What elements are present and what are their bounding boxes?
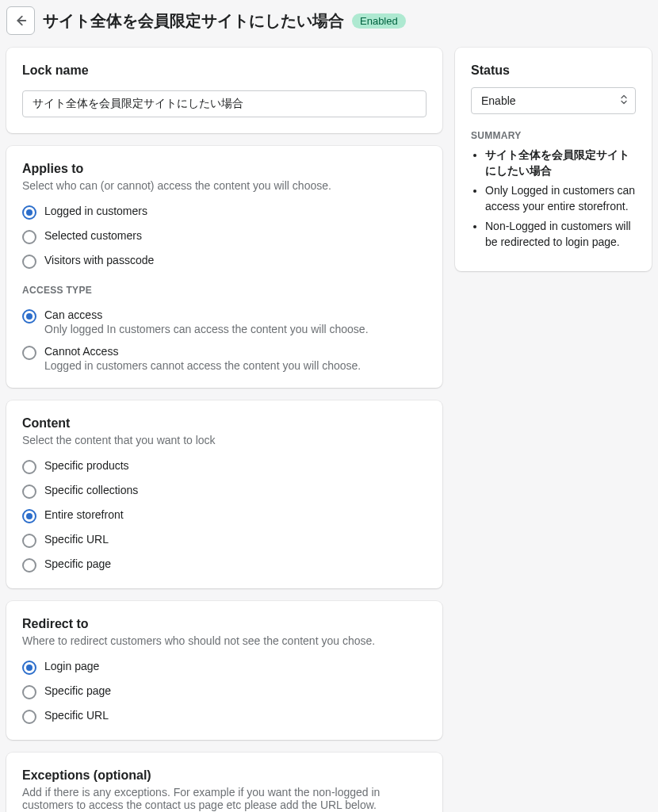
summary-heading: SUMMARY: [471, 130, 636, 141]
redirect-card: Redirect to Where to redirect customers …: [6, 601, 442, 740]
summary-list: サイト全体を会員限定サイトにしたい場合 Only Logged in custo…: [471, 147, 636, 251]
redirect-sub: Where to redirect customers who should n…: [22, 634, 427, 647]
radio-icon: [22, 661, 36, 675]
content-card: Content Select the content that you want…: [6, 400, 442, 588]
exceptions-card: Exceptions (optional) Add if there is an…: [6, 753, 442, 812]
exceptions-sub: Add if there is any exceptions. For exam…: [22, 786, 427, 811]
page-header: サイト全体を会員限定サイトにしたい場合 Enabled: [0, 0, 658, 48]
radio-specific-products[interactable]: Specific products: [22, 459, 427, 474]
summary-item: Only Logged in customers can access your…: [485, 183, 636, 214]
radio-icon: [22, 685, 36, 699]
status-badge: Enabled: [352, 13, 406, 29]
radio-specific-collections[interactable]: Specific collections: [22, 484, 427, 499]
applies-to-card: Applies to Select who can (or cannot) ac…: [6, 146, 442, 388]
radio-selected-customers[interactable]: Selected customers: [22, 229, 427, 244]
radio-icon: [22, 710, 36, 724]
page-title: サイト全体を会員限定サイトにしたい場合: [43, 10, 344, 32]
radio-can-access[interactable]: Can access Only logged In customers can …: [22, 308, 427, 335]
radio-icon: [22, 460, 36, 474]
radio-redirect-specific-url[interactable]: Specific URL: [22, 709, 427, 724]
radio-login-page[interactable]: Login page: [22, 660, 427, 675]
status-card: Status Enable SUMMARY サイト全体を会員限定サイトにしたい場…: [455, 48, 652, 271]
content-title: Content: [22, 416, 427, 431]
status-title: Status: [471, 63, 636, 78]
radio-entire-storefront[interactable]: Entire storefront: [22, 508, 427, 523]
radio-specific-page[interactable]: Specific page: [22, 557, 427, 573]
exceptions-title: Exceptions (optional): [22, 768, 427, 783]
radio-icon: [22, 205, 36, 220]
summary-item: Non-Logged in customers will be redirect…: [485, 219, 636, 250]
radio-icon: [22, 230, 36, 244]
radio-icon: [22, 309, 36, 324]
radio-logged-in-customers[interactable]: Logged in customers: [22, 205, 427, 220]
back-button[interactable]: [6, 6, 35, 35]
arrow-left-icon: [13, 13, 28, 28]
radio-icon: [22, 558, 36, 573]
redirect-title: Redirect to: [22, 617, 427, 631]
lock-name-title: Lock name: [22, 63, 427, 78]
summary-item: サイト全体を会員限定サイトにしたい場合: [485, 147, 636, 178]
radio-redirect-specific-page[interactable]: Specific page: [22, 684, 427, 699]
lock-name-input[interactable]: [22, 90, 427, 117]
access-type-heading: ACCESS TYPE: [22, 285, 427, 296]
radio-icon: [22, 485, 36, 499]
applies-to-title: Applies to: [22, 162, 427, 176]
radio-icon: [22, 346, 36, 360]
status-select[interactable]: Enable: [471, 87, 636, 114]
radio-icon: [22, 509, 36, 523]
radio-cannot-access[interactable]: Cannot Access Logged in customers cannot…: [22, 345, 427, 372]
content-sub: Select the content that you want to lock: [22, 434, 427, 446]
radio-icon: [22, 255, 36, 269]
applies-to-sub: Select who can (or cannot) access the co…: [22, 179, 427, 192]
lock-name-card: Lock name: [6, 48, 442, 133]
radio-icon: [22, 534, 36, 548]
radio-specific-url[interactable]: Specific URL: [22, 533, 427, 548]
radio-visitors-passcode[interactable]: Visitors with passcode: [22, 254, 427, 269]
